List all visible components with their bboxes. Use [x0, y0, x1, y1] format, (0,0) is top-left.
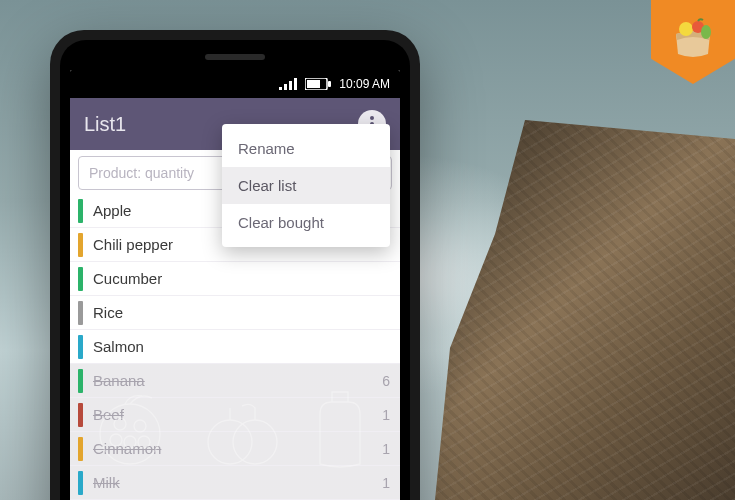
- list-title: List1: [84, 113, 126, 136]
- product-input-placeholder: Product: quantity: [89, 165, 194, 181]
- item-name: Salmon: [93, 338, 390, 355]
- item-quantity: 1: [382, 407, 390, 423]
- item-quantity: 1: [382, 475, 390, 491]
- list-item[interactable]: Rice: [70, 296, 400, 330]
- svg-rect-5: [328, 81, 331, 87]
- phone-earpiece: [205, 54, 265, 60]
- list-item[interactable]: Cucumber: [70, 262, 400, 296]
- item-quantity: 1: [382, 441, 390, 457]
- menu-item-clear-bought[interactable]: Clear bought: [222, 204, 390, 241]
- svg-point-2: [701, 25, 711, 39]
- list-item-bought[interactable]: Banana 6: [70, 364, 400, 398]
- category-color-bar: [78, 437, 83, 461]
- list-item-bought[interactable]: Milk 1: [70, 466, 400, 500]
- status-bar: 10:09 AM: [70, 70, 400, 98]
- overflow-menu-dropdown: Rename Clear list Clear bought: [222, 124, 390, 247]
- category-color-bar: [78, 301, 83, 325]
- category-color-bar: [78, 199, 83, 223]
- category-color-bar: [78, 335, 83, 359]
- category-color-bar: [78, 369, 83, 393]
- item-name: Cinnamon: [93, 440, 382, 457]
- phone-frame: 10:09 AM List1 Product: quantity Apple: [50, 30, 420, 500]
- svg-point-0: [679, 22, 693, 36]
- list-item-bought[interactable]: Beef 1: [70, 398, 400, 432]
- item-name: Beef: [93, 406, 382, 423]
- item-quantity: 6: [382, 373, 390, 389]
- grocery-bag-icon: [668, 12, 718, 62]
- list-item[interactable]: Salmon: [70, 330, 400, 364]
- list-item-bought[interactable]: Cinnamon 1: [70, 432, 400, 466]
- menu-item-rename[interactable]: Rename: [222, 130, 390, 167]
- item-name: Cucumber: [93, 270, 390, 287]
- category-color-bar: [78, 403, 83, 427]
- category-color-bar: [78, 471, 83, 495]
- app-screen: 10:09 AM List1 Product: quantity Apple: [70, 70, 400, 500]
- menu-item-clear-list[interactable]: Clear list: [222, 167, 390, 204]
- status-time: 10:09 AM: [339, 77, 390, 91]
- item-name: Milk: [93, 474, 382, 491]
- bought-section: Banana 6 Beef 1 Cinnamon 1: [70, 364, 400, 500]
- battery-icon: [305, 78, 331, 90]
- item-name: Banana: [93, 372, 382, 389]
- item-name: Rice: [93, 304, 390, 321]
- svg-point-6: [370, 116, 374, 120]
- signal-icon: [279, 78, 297, 90]
- svg-rect-4: [307, 80, 320, 88]
- category-color-bar: [78, 233, 83, 257]
- category-color-bar: [78, 267, 83, 291]
